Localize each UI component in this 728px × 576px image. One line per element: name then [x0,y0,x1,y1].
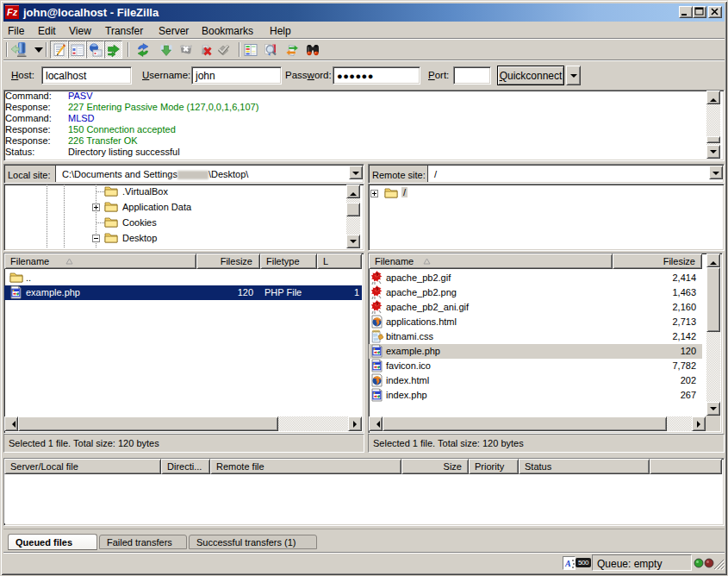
svg-text:A: A [564,559,571,568]
svg-text:Fz: Fz [7,7,18,17]
